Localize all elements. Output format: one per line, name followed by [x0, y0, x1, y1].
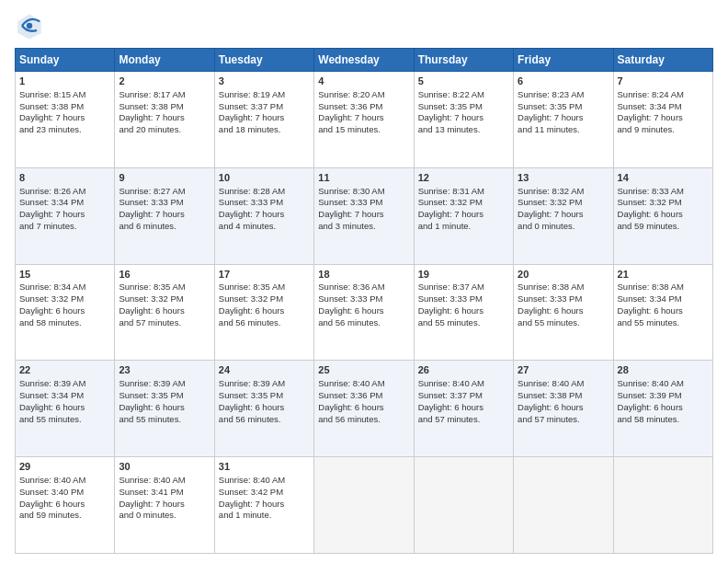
day-number: 16 — [119, 268, 210, 282]
day-info-line: and 55 minutes. — [119, 414, 210, 426]
calendar-cell: 30Sunrise: 8:40 AMSunset: 3:41 PMDayligh… — [115, 457, 214, 554]
day-info-line: Sunset: 3:36 PM — [318, 390, 409, 402]
day-info-line: Daylight: 6 hours — [119, 305, 210, 317]
day-number: 4 — [318, 75, 409, 88]
day-info-line: and 55 minutes. — [518, 317, 609, 329]
day-info-line: Sunrise: 8:33 AM — [618, 186, 709, 198]
day-info-line: Sunrise: 8:36 AM — [318, 282, 409, 293]
day-info-line: and 3 minutes. — [318, 221, 409, 233]
day-info-line: Daylight: 7 hours — [618, 112, 709, 124]
day-info-line: and 58 minutes. — [19, 317, 110, 329]
day-number: 20 — [518, 268, 609, 282]
day-info-line: Daylight: 6 hours — [518, 402, 609, 414]
logo-icon — [15, 11, 44, 40]
day-number: 30 — [119, 460, 210, 474]
calendar-cell: 2Sunrise: 8:17 AMSunset: 3:38 PMDaylight… — [115, 72, 214, 168]
day-info-line: Sunset: 3:42 PM — [219, 487, 310, 499]
day-info-line: Sunrise: 8:39 AM — [119, 378, 210, 390]
day-info-line: Daylight: 7 hours — [418, 112, 509, 124]
day-info-line: Sunrise: 8:39 AM — [219, 378, 310, 390]
calendar-cell: 15Sunrise: 8:34 AMSunset: 3:32 PMDayligh… — [16, 264, 115, 361]
col-header-wednesday: Wednesday — [314, 49, 414, 72]
day-info-line: Sunrise: 8:40 AM — [518, 378, 609, 390]
day-info-line: and 56 minutes. — [318, 414, 409, 426]
day-number: 28 — [618, 363, 709, 377]
day-info-line: Daylight: 6 hours — [19, 499, 110, 511]
day-info-line: Daylight: 6 hours — [618, 402, 709, 414]
day-info-line: Daylight: 7 hours — [518, 112, 609, 124]
day-info-line: and 57 minutes. — [518, 414, 609, 426]
day-info-line: Sunrise: 8:40 AM — [318, 378, 409, 390]
day-info-line: Sunset: 3:40 PM — [19, 487, 110, 499]
calendar-table: SundayMondayTuesdayWednesdayThursdayFrid… — [15, 48, 713, 554]
day-info-line: Daylight: 7 hours — [19, 209, 110, 221]
day-number: 24 — [219, 363, 310, 377]
day-info-line: Sunrise: 8:15 AM — [19, 89, 110, 101]
day-info-line: Sunrise: 8:40 AM — [219, 475, 310, 487]
calendar-cell — [314, 457, 414, 554]
day-info-line: and 0 minutes. — [119, 510, 210, 522]
day-info-line: and 18 minutes. — [219, 124, 310, 136]
day-info-line: Daylight: 6 hours — [418, 402, 509, 414]
calendar-cell: 12Sunrise: 8:31 AMSunset: 3:32 PMDayligh… — [414, 167, 513, 264]
day-info-line: Daylight: 7 hours — [219, 499, 310, 511]
calendar-cell: 26Sunrise: 8:40 AMSunset: 3:37 PMDayligh… — [414, 361, 513, 457]
day-info-line: Sunset: 3:41 PM — [119, 487, 210, 499]
day-info-line: Sunrise: 8:24 AM — [618, 89, 709, 101]
day-info-line: Sunset: 3:32 PM — [518, 197, 609, 209]
calendar-cell — [514, 457, 613, 554]
day-info-line: Sunrise: 8:35 AM — [119, 282, 210, 293]
day-info-line: Sunrise: 8:28 AM — [219, 186, 310, 198]
day-info-line: Sunset: 3:36 PM — [318, 101, 409, 113]
day-number: 18 — [318, 268, 409, 282]
day-info-line: Sunrise: 8:39 AM — [19, 378, 110, 390]
day-info-line: and 23 minutes. — [19, 124, 110, 136]
day-info-line: and 4 minutes. — [219, 221, 310, 233]
calendar-cell: 28Sunrise: 8:40 AMSunset: 3:39 PMDayligh… — [613, 361, 712, 457]
day-info-line: and 57 minutes. — [119, 317, 210, 329]
day-info-line: Daylight: 6 hours — [19, 305, 110, 317]
calendar-cell: 11Sunrise: 8:30 AMSunset: 3:33 PMDayligh… — [314, 167, 414, 264]
calendar-cell: 14Sunrise: 8:33 AMSunset: 3:32 PMDayligh… — [613, 167, 712, 264]
day-info-line: Daylight: 7 hours — [119, 112, 210, 124]
col-header-tuesday: Tuesday — [214, 49, 313, 72]
day-info-line: Sunset: 3:34 PM — [19, 390, 110, 402]
calendar-cell: 31Sunrise: 8:40 AMSunset: 3:42 PMDayligh… — [214, 457, 313, 554]
day-number: 13 — [518, 171, 609, 185]
calendar-cell: 7Sunrise: 8:24 AMSunset: 3:34 PMDaylight… — [613, 72, 712, 168]
calendar-cell: 24Sunrise: 8:39 AMSunset: 3:35 PMDayligh… — [214, 361, 313, 457]
col-header-saturday: Saturday — [613, 49, 712, 72]
col-header-friday: Friday — [514, 49, 613, 72]
day-info-line: Sunrise: 8:17 AM — [119, 89, 210, 101]
day-number: 29 — [19, 460, 110, 474]
day-number: 14 — [618, 171, 709, 185]
day-info-line: and 13 minutes. — [418, 124, 509, 136]
day-number: 22 — [19, 363, 110, 377]
day-info-line: Sunset: 3:34 PM — [618, 101, 709, 113]
day-number: 5 — [418, 75, 509, 88]
calendar-cell: 27Sunrise: 8:40 AMSunset: 3:38 PMDayligh… — [514, 361, 613, 457]
calendar-cell: 13Sunrise: 8:32 AMSunset: 3:32 PMDayligh… — [514, 167, 613, 264]
day-info-line: Daylight: 7 hours — [119, 209, 210, 221]
day-info-line: and 57 minutes. — [418, 414, 509, 426]
week-row-5: 29Sunrise: 8:40 AMSunset: 3:40 PMDayligh… — [16, 457, 713, 554]
col-header-sunday: Sunday — [16, 49, 115, 72]
day-info-line: Sunset: 3:33 PM — [318, 293, 409, 305]
day-info-line: Daylight: 7 hours — [219, 209, 310, 221]
day-info-line: and 55 minutes. — [618, 317, 709, 329]
day-info-line: Daylight: 7 hours — [19, 112, 110, 124]
day-info-line: Sunrise: 8:27 AM — [119, 186, 210, 198]
day-info-line: Daylight: 6 hours — [119, 402, 210, 414]
week-row-3: 15Sunrise: 8:34 AMSunset: 3:32 PMDayligh… — [16, 264, 713, 361]
day-number: 1 — [19, 75, 110, 88]
day-info-line: Sunset: 3:33 PM — [518, 293, 609, 305]
day-info-line: Sunrise: 8:19 AM — [219, 89, 310, 101]
header-row: SundayMondayTuesdayWednesdayThursdayFrid… — [16, 49, 713, 72]
logo — [15, 11, 48, 40]
calendar-cell: 1Sunrise: 8:15 AMSunset: 3:38 PMDaylight… — [16, 72, 115, 168]
day-info-line: Sunset: 3:32 PM — [119, 293, 210, 305]
day-info-line: Daylight: 7 hours — [318, 209, 409, 221]
day-info-line: Daylight: 6 hours — [318, 402, 409, 414]
calendar-cell: 29Sunrise: 8:40 AMSunset: 3:40 PMDayligh… — [16, 457, 115, 554]
day-info-line: Sunset: 3:33 PM — [219, 197, 310, 209]
